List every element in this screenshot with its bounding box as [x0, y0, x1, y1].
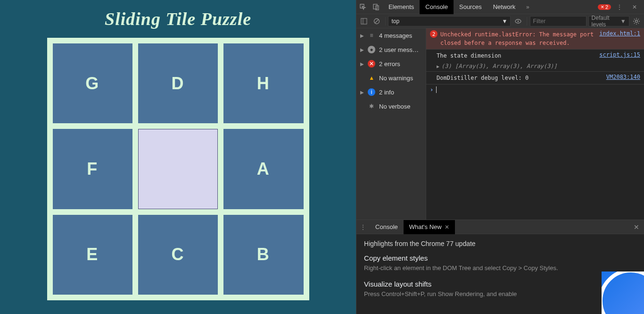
- page-title: Sliding Tile Puzzle: [105, 8, 251, 29]
- svg-rect-2: [361, 18, 367, 24]
- toggle-device-icon[interactable]: [370, 0, 383, 14]
- separator: [385, 17, 386, 25]
- error-text: Unchecked runtime.lastError: The message…: [440, 30, 596, 47]
- toggle-sidebar-icon[interactable]: [358, 14, 369, 28]
- svg-line-5: [375, 19, 379, 23]
- svg-point-7: [518, 20, 519, 22]
- console-output: 2 Unchecked runtime.lastError: The messa…: [426, 28, 644, 220]
- tile-6[interactable]: E: [53, 215, 132, 295]
- devtools-panel: Elements Console Sources Network » 2 ⋮ ✕…: [356, 0, 644, 314]
- tab-network[interactable]: Network: [487, 0, 521, 14]
- error-count: 2: [430, 30, 438, 38]
- warning-icon: ▲: [368, 74, 375, 82]
- sidebar-info[interactable]: ▶i2 info: [356, 85, 426, 99]
- devtools-tabs: Elements Console Sources Network »: [383, 0, 598, 14]
- tile-0[interactable]: G: [53, 43, 132, 123]
- log-error[interactable]: 2 Unchecked runtime.lastError: The messa…: [426, 28, 644, 50]
- live-expression-icon[interactable]: [512, 14, 523, 28]
- error-icon: ✕: [368, 60, 375, 68]
- expand-icon[interactable]: ▶: [437, 64, 439, 69]
- chevron-down-icon: ▼: [620, 18, 626, 25]
- console-input[interactable]: [436, 86, 640, 93]
- sidebar-user[interactable]: ▶●2 user mess…: [356, 42, 426, 57]
- console-sidebar: ▶≡4 messages ▶●2 user mess… ▶✕2 errors ▲…: [356, 28, 426, 220]
- tab-console[interactable]: Console: [420, 0, 454, 14]
- tab-elements[interactable]: Elements: [383, 0, 420, 14]
- tile-2[interactable]: H: [223, 43, 303, 123]
- bug-icon: ✱: [368, 102, 375, 110]
- whatsnew-sec2-title: Visualize layout shifts: [364, 280, 636, 288]
- svg-point-8: [636, 20, 638, 22]
- separator: [527, 17, 527, 25]
- user-icon: ●: [368, 46, 375, 53]
- tile-3[interactable]: F: [53, 129, 132, 209]
- puzzle-app: Sliding Tile Puzzle G D H F A E C B: [0, 0, 356, 314]
- sidebar-warnings[interactable]: ▲No warnings: [356, 71, 426, 85]
- drawer-tab-whatsnew[interactable]: What's New ✕: [404, 220, 455, 234]
- whatsnew-sec2-body: Press Control+Shift+P, run Show Renderin…: [364, 290, 636, 298]
- log-levels-selector[interactable]: Default levels ▼: [588, 16, 629, 26]
- error-count-badge[interactable]: 2: [598, 4, 611, 10]
- log-text: The state dimension: [430, 51, 596, 60]
- list-icon: ≡: [368, 32, 375, 39]
- error-source-link[interactable]: index.html:1: [599, 30, 640, 47]
- log-text: DomDistiller debug level: 0: [430, 74, 603, 82]
- prompt-caret-icon: ›: [430, 86, 433, 93]
- drawer-tabs: ⋮ Console What's New ✕ ✕: [356, 220, 644, 234]
- tile-8[interactable]: B: [223, 215, 303, 295]
- log-array[interactable]: (3) [Array(3), Array(3), Array(3)]: [441, 63, 557, 69]
- log-source-link[interactable]: script.js:15: [599, 51, 640, 60]
- devtools-drawer: ⋮ Console What's New ✕ ✕ Highlights from…: [356, 220, 644, 314]
- console-prompt[interactable]: ›: [426, 85, 644, 95]
- devtools-toolbar-right: 2 ⋮ ✕: [598, 0, 644, 14]
- more-tabs-icon[interactable]: »: [521, 0, 534, 14]
- clear-console-icon[interactable]: [371, 14, 382, 28]
- drawer-content: Highlights from the Chrome 77 update Cop…: [356, 234, 644, 314]
- devtools-main-toolbar: Elements Console Sources Network » 2 ⋮ ✕: [356, 0, 644, 14]
- console-body: ▶≡4 messages ▶●2 user mess… ▶✕2 errors ▲…: [356, 28, 644, 220]
- close-tab-icon[interactable]: ✕: [445, 224, 449, 230]
- close-drawer-icon[interactable]: ✕: [629, 223, 644, 231]
- tab-sources[interactable]: Sources: [454, 0, 487, 14]
- tile-7[interactable]: C: [138, 215, 218, 295]
- settings-menu-icon[interactable]: ⋮: [613, 0, 626, 14]
- svg-rect-0: [373, 4, 377, 9]
- drawer-tab-console[interactable]: Console: [370, 220, 404, 234]
- drawer-menu-icon[interactable]: ⋮: [356, 220, 370, 234]
- log-source-link[interactable]: VM2083:140: [606, 74, 640, 82]
- sidebar-verbose[interactable]: ✱No verbose: [356, 99, 426, 113]
- tile-5[interactable]: A: [223, 129, 303, 209]
- console-toolbar: top ▼ Default levels ▼: [356, 14, 644, 28]
- sidebar-errors[interactable]: ▶✕2 errors: [356, 57, 426, 71]
- puzzle-board: G D H F A E C B: [47, 38, 309, 300]
- inspect-element-icon[interactable]: [356, 0, 370, 14]
- sidebar-messages[interactable]: ▶≡4 messages: [356, 28, 426, 42]
- chevron-down-icon: ▼: [502, 18, 508, 25]
- whatsnew-headline: Highlights from the Chrome 77 update: [364, 240, 636, 247]
- tile-1[interactable]: D: [138, 43, 218, 123]
- context-value: top: [391, 18, 399, 25]
- chrome-logo-image: [602, 272, 644, 314]
- tile-empty[interactable]: [138, 129, 218, 209]
- console-settings-icon[interactable]: [631, 14, 642, 28]
- close-devtools-icon[interactable]: ✕: [628, 0, 641, 14]
- log-entry[interactable]: DomDistiller debug level: 0 VM2083:140: [426, 72, 644, 85]
- info-icon: i: [368, 88, 375, 96]
- log-entry[interactable]: The state dimension script.js:15 ▶(3) [A…: [426, 50, 644, 72]
- whatsnew-sec1-body: Right-click an element in the DOM Tree a…: [364, 264, 636, 272]
- context-selector[interactable]: top ▼: [388, 16, 511, 26]
- whatsnew-sec1-title: Copy element styles: [364, 254, 636, 262]
- filter-input[interactable]: [530, 16, 586, 26]
